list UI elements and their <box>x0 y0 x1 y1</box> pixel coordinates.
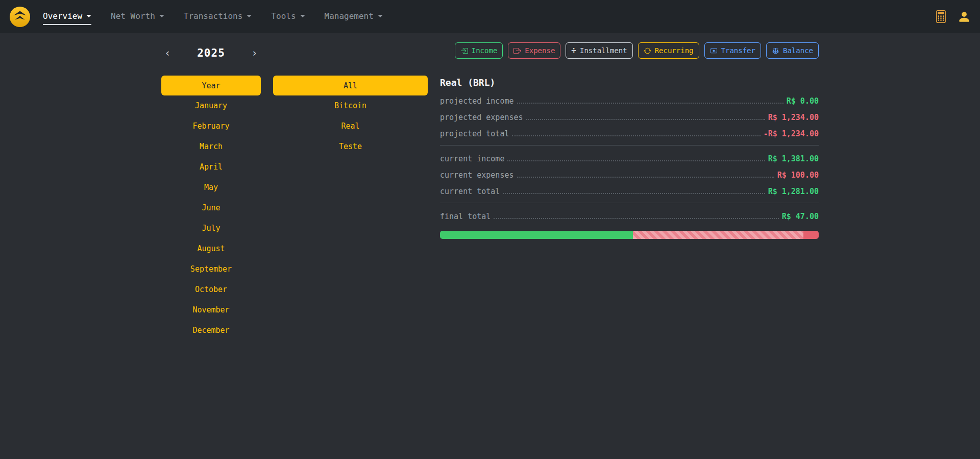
summary-row-final-total: final total R$ 47.00 <box>440 211 819 222</box>
nav-item-label: Overview <box>43 11 82 21</box>
period-panel: ‹ 2025 › Year January February March Apr… <box>161 42 261 341</box>
row-label: current expenses <box>440 170 514 180</box>
month-item[interactable]: February <box>161 116 261 136</box>
row-value: R$ 1,381.00 <box>768 154 819 164</box>
top-navbar: Overview Net Worth Transactions Tools Ma… <box>0 0 980 33</box>
summary-row-current-total: current total R$ 1,281.00 <box>440 186 819 197</box>
dotted-leader <box>526 119 765 120</box>
summary-row-current-income: current income R$ 1,381.00 <box>440 154 819 164</box>
bird-logo-icon <box>9 6 31 28</box>
row-value: R$ 100.00 <box>777 170 819 180</box>
account-item[interactable]: Teste <box>273 136 428 157</box>
row-value: R$ 47.00 <box>782 211 819 222</box>
month-item[interactable]: March <box>161 136 261 157</box>
scales-icon <box>772 47 779 55</box>
account-item[interactable]: Real <box>273 116 428 136</box>
chevron-down-icon <box>159 15 164 17</box>
divider <box>440 203 819 203</box>
transaction-action-buttons: Income Expense ÷ Installment Recurring <box>440 42 819 59</box>
installment-button[interactable]: ÷ Installment <box>566 42 632 59</box>
month-item[interactable]: August <box>161 238 261 259</box>
dotted-leader <box>507 160 765 161</box>
row-label: current income <box>440 154 504 164</box>
progress-segment-income <box>440 231 633 239</box>
balance-button[interactable]: Balance <box>766 42 819 59</box>
summary-progress-bar <box>440 231 819 239</box>
summary-row-projected-income: projected income R$ 0.00 <box>440 96 819 106</box>
month-item[interactable]: January <box>161 95 261 116</box>
row-value: -R$ 1,234.00 <box>764 129 819 139</box>
transfer-button[interactable]: Transfer <box>704 42 761 59</box>
chevron-down-icon <box>247 15 252 17</box>
summary-row-projected-total: projected total -R$ 1,234.00 <box>440 129 819 139</box>
brand-logo[interactable] <box>9 6 31 28</box>
divider <box>440 145 819 146</box>
year-label: 2025 <box>197 47 225 59</box>
year-navigation: ‹ 2025 › <box>161 45 261 61</box>
nav-item-overview[interactable]: Overview <box>43 11 91 25</box>
month-item[interactable]: April <box>161 157 261 177</box>
nav-item-management[interactable]: Management <box>325 11 383 25</box>
month-item[interactable]: November <box>161 300 261 320</box>
main-content: ‹ 2025 › Year January February March Apr… <box>161 33 819 341</box>
row-label: projected income <box>440 96 514 106</box>
month-item[interactable]: December <box>161 320 261 341</box>
recurring-button[interactable]: Recurring <box>638 42 699 59</box>
row-value: R$ 1,281.00 <box>768 186 819 197</box>
currency-summary-title: Real (BRL) <box>440 77 819 88</box>
nav-item-tools[interactable]: Tools <box>271 11 305 25</box>
row-label: current total <box>440 186 500 197</box>
row-label: projected expenses <box>440 112 523 123</box>
month-item[interactable]: June <box>161 198 261 218</box>
month-item[interactable]: May <box>161 177 261 198</box>
chevron-down-icon <box>378 15 383 17</box>
navbar-right-icons <box>935 10 971 23</box>
row-label: projected total <box>440 129 509 139</box>
summary-row-current-expenses: current expenses R$ 100.00 <box>440 170 819 180</box>
next-year-button[interactable]: › <box>249 47 260 60</box>
dotted-leader <box>512 135 760 136</box>
progress-segment-current-expenses <box>803 231 819 239</box>
expense-button-label: Expense <box>525 46 555 55</box>
income-button-label: Income <box>472 46 498 55</box>
row-value: R$ 1,234.00 <box>768 112 819 123</box>
expense-button[interactable]: Expense <box>508 42 560 59</box>
nav-item-label: Transactions <box>184 11 243 21</box>
chevron-down-icon <box>300 15 305 17</box>
account-item[interactable]: Bitcoin <box>273 95 428 116</box>
dotted-leader <box>517 103 783 104</box>
row-label: final total <box>440 211 491 222</box>
nav-item-label: Management <box>325 11 374 21</box>
box-arrow-in-right-icon <box>460 47 468 55</box>
month-item[interactable]: September <box>161 259 261 279</box>
installment-button-label: Installment <box>580 46 627 55</box>
nav-item-label: Tools <box>271 11 296 21</box>
month-item[interactable]: July <box>161 218 261 238</box>
calculator-icon[interactable] <box>935 10 947 23</box>
main-nav: Overview Net Worth Transactions Tools Ma… <box>43 11 935 22</box>
nav-item-transactions[interactable]: Transactions <box>184 11 252 25</box>
account-list: Bitcoin Real Teste <box>273 95 428 157</box>
nav-item-net-worth[interactable]: Net Worth <box>111 11 164 25</box>
prev-year-button[interactable]: ‹ <box>162 47 173 60</box>
all-accounts-button[interactable]: All <box>273 76 428 95</box>
transfer-button-label: Transfer <box>721 46 755 55</box>
user-icon[interactable] <box>958 10 971 23</box>
recurring-button-label: Recurring <box>655 46 694 55</box>
progress-segment-projected-expenses <box>633 231 803 239</box>
dotted-leader <box>503 193 765 194</box>
chevron-down-icon <box>86 15 91 17</box>
cash-icon <box>710 47 718 55</box>
balance-button-label: Balance <box>783 46 813 55</box>
box-arrow-right-icon <box>513 47 521 55</box>
nav-item-label: Net Worth <box>111 11 155 21</box>
arrow-repeat-icon <box>644 47 651 55</box>
summary-panel: Income Expense ÷ Installment Recurring <box>440 42 819 341</box>
year-button[interactable]: Year <box>161 76 261 95</box>
income-button[interactable]: Income <box>455 42 503 59</box>
dotted-leader <box>517 177 774 178</box>
month-item[interactable]: October <box>161 279 261 300</box>
accounts-panel: All Bitcoin Real Teste <box>273 42 428 341</box>
divide-icon: ÷ <box>571 47 576 54</box>
dotted-leader <box>494 218 778 219</box>
